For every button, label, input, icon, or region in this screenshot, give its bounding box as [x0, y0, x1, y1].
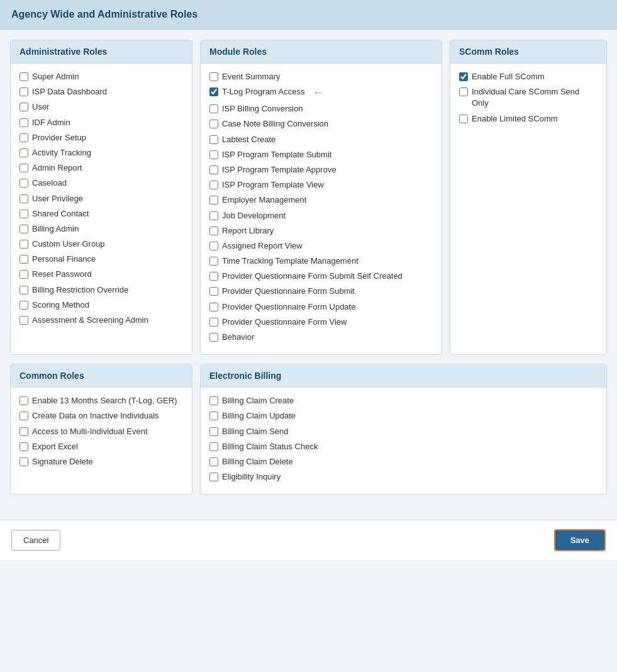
list-item: Export Excel — [19, 441, 183, 452]
checkbox-4[interactable] — [19, 133, 28, 142]
checkbox-label: Assigned Report View — [222, 240, 303, 252]
checkbox-label: Provider Questionnaire Form View — [222, 316, 347, 328]
checkbox-0[interactable] — [459, 72, 468, 81]
checkbox-8[interactable] — [19, 194, 28, 203]
list-item: Provider Questionnaire Form Update — [209, 301, 433, 313]
checkbox-label: Billing Claim Delete — [222, 456, 293, 468]
checkbox-15[interactable] — [19, 301, 28, 310]
list-item: ISP Data Dashboard — [19, 86, 183, 98]
electronic-billing-body: Billing Claim CreateBilling Claim Update… — [201, 388, 606, 494]
checkbox-16[interactable] — [19, 316, 28, 325]
list-item: Labtest Create — [209, 134, 433, 145]
checkbox-15[interactable] — [209, 303, 218, 311]
checkbox-label: ISP Billing Conversion — [222, 103, 303, 115]
checkbox-17[interactable] — [209, 333, 218, 342]
checkbox-13[interactable] — [19, 270, 28, 279]
checkbox-2[interactable] — [459, 115, 468, 123]
checkbox-label: Caseload — [32, 177, 67, 189]
scomm-roles-header: SComm Roles — [450, 40, 606, 64]
checkbox-11[interactable] — [19, 240, 28, 249]
list-item: User — [19, 101, 183, 113]
checkbox-5[interactable] — [209, 150, 218, 159]
admin-roles-header: Administrative Roles — [11, 40, 192, 64]
cancel-button[interactable]: Cancel — [11, 530, 60, 551]
checkbox-2[interactable] — [19, 427, 28, 436]
checkbox-5[interactable] — [19, 148, 28, 157]
checkbox-7[interactable] — [209, 181, 218, 189]
checkbox-10[interactable] — [209, 227, 218, 235]
list-item: Assessment & Screening Admin — [19, 315, 183, 326]
checkbox-2[interactable] — [209, 427, 218, 436]
checkbox-3[interactable] — [19, 442, 28, 451]
checkbox-1[interactable] — [19, 412, 28, 420]
checkbox-9[interactable] — [209, 211, 218, 220]
list-item: ISP Billing Conversion — [209, 103, 433, 115]
checkbox-4[interactable] — [209, 457, 218, 466]
checkbox-1[interactable] — [209, 87, 218, 96]
common-roles-body: Enable 13 Months Search (T-Log, GER)Crea… — [11, 388, 192, 479]
checkbox-9[interactable] — [19, 210, 28, 218]
checkbox-3[interactable] — [209, 442, 218, 451]
checkbox-14[interactable] — [19, 286, 28, 294]
checkbox-label: Provider Questionnaire Form Submit Self … — [222, 271, 403, 282]
checkbox-1[interactable] — [459, 87, 468, 96]
checkbox-5[interactable] — [209, 473, 218, 481]
checkbox-label: Time Tracking Template Management — [222, 255, 359, 267]
checkbox-label: ISP Program Template View — [222, 179, 324, 191]
list-item: Personal Finance — [19, 254, 183, 265]
checkbox-label: ISP Program Template Approve — [222, 164, 336, 176]
checkbox-6[interactable] — [209, 165, 218, 174]
checkbox-7[interactable] — [19, 179, 28, 188]
checkbox-label: Activity Tracking — [32, 147, 91, 159]
checkbox-label: Custom User Group — [32, 238, 105, 250]
checkbox-label: Reset Password — [32, 269, 92, 280]
checkbox-4[interactable] — [19, 457, 28, 466]
list-item: Billing Claim Status Check — [209, 441, 598, 452]
checkbox-0[interactable] — [19, 396, 28, 405]
list-item: Admin Report — [19, 162, 183, 174]
checkbox-4[interactable] — [209, 135, 218, 144]
list-item: Billing Claim Send — [209, 426, 598, 437]
checkbox-14[interactable] — [209, 287, 218, 296]
checkbox-16[interactable] — [209, 318, 218, 327]
checkbox-label: Behavior — [222, 332, 254, 343]
list-item: Provider Questionnaire Form View — [209, 316, 433, 328]
admin-roles-body: Super AdminISP Data DashboardUserIDF Adm… — [11, 64, 192, 337]
list-item: Enable Limited SComm — [459, 113, 598, 125]
list-item: Create Data on Inactive Individuals — [19, 410, 183, 422]
list-item: Reset Password — [19, 269, 183, 280]
checkbox-3[interactable] — [19, 118, 28, 127]
checkbox-2[interactable] — [209, 104, 218, 113]
checkbox-3[interactable] — [209, 120, 218, 128]
list-item: Provider Questionnaire Form Submit — [209, 286, 433, 297]
list-item: Scoring Method — [19, 300, 183, 311]
checkbox-0[interactable] — [209, 72, 218, 81]
list-item: Eligibility Inquiry — [209, 471, 598, 483]
checkbox-10[interactable] — [19, 225, 28, 233]
checkbox-8[interactable] — [209, 196, 218, 204]
checkbox-11[interactable] — [209, 242, 218, 250]
checkbox-label: Individual Care SComm Send Only — [472, 86, 598, 109]
list-item: Billing Claim Update — [209, 410, 598, 422]
checkbox-label: Billing Restriction Override — [32, 284, 128, 296]
checkbox-13[interactable] — [209, 272, 218, 281]
checkbox-label: User Privilege — [32, 193, 83, 204]
checkbox-12[interactable] — [209, 257, 218, 266]
module-roles-card: Module Roles Event SummaryT-Log Program … — [200, 40, 442, 355]
checkbox-12[interactable] — [19, 255, 28, 264]
arrow-icon: ← — [313, 86, 324, 99]
list-item: Activity Tracking — [19, 147, 183, 159]
checkbox-1[interactable] — [209, 412, 218, 420]
checkbox-2[interactable] — [19, 103, 28, 111]
checkbox-label: Create Data on Inactive Individuals — [32, 410, 159, 422]
checkbox-1[interactable] — [19, 87, 28, 96]
checkbox-label: Provider Questionnaire Form Submit — [222, 286, 355, 297]
checkbox-0[interactable] — [19, 72, 28, 81]
list-item: Custom User Group — [19, 238, 183, 250]
list-item: Provider Questionnaire Form Submit Self … — [209, 271, 433, 282]
checkbox-0[interactable] — [209, 396, 218, 405]
list-item: Case Note Billing Conversion — [209, 118, 433, 130]
checkbox-6[interactable] — [19, 164, 28, 172]
list-item: Billing Claim Delete — [209, 456, 598, 468]
save-button[interactable]: Save — [554, 529, 606, 551]
